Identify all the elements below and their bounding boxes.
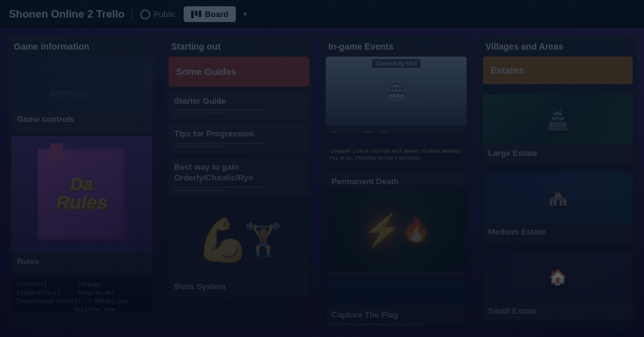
- column-villages: Villages and Areas Estates 🏯 Large Estat…: [478, 35, 638, 331]
- small-estate-image: 🏠: [483, 252, 633, 302]
- column-villages-body: Estates 🏯 Large Estate 🏘️ Med: [478, 57, 638, 331]
- card-small-estate[interactable]: 🏠 Small Estate: [483, 252, 633, 321]
- board-area: Game information: [0, 29, 644, 337]
